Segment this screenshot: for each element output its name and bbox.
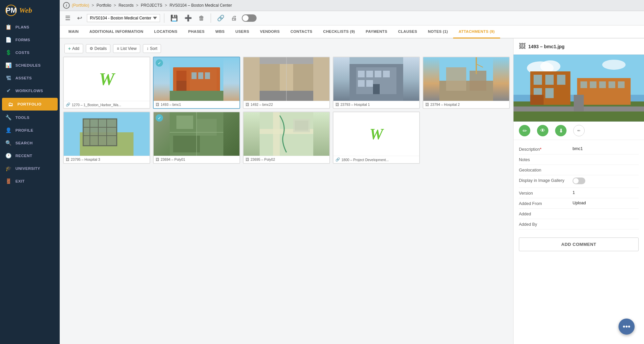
breadcrumb-projects[interactable]: PROJECTS — [141, 3, 162, 8]
save-button[interactable]: 💾 — [168, 13, 180, 23]
sidebar-item-tools[interactable]: 🔧 TOOLS — [0, 111, 60, 124]
details-button[interactable]: ⚙ Details — [86, 44, 111, 53]
undo-button[interactable]: ↩ — [75, 13, 84, 23]
delete-button[interactable]: 🗑 — [197, 13, 207, 23]
view-toggle[interactable] — [242, 14, 257, 22]
svg-rect-28 — [373, 84, 380, 94]
field-label-display-gallery: Display in Image Gallery — [519, 178, 573, 183]
thumb-footer-4: 🖼 23793 – Hospital 1 — [333, 101, 419, 108]
tab-payments[interactable]: PAYMENTS — [360, 25, 392, 39]
field-label-notes: Notes — [519, 157, 573, 162]
thumbnail-1[interactable]: W 🔗 1270 – 1_Boston_Harbor_Wa... — [63, 57, 150, 109]
tab-users[interactable]: USERS — [230, 25, 255, 39]
plus-icon: + — [68, 46, 71, 51]
erase-attachment-button[interactable]: ✒ — [573, 125, 585, 136]
thumb-footer-8: 🖼 23695 – Poly02 — [244, 156, 329, 163]
image-icon-7: 🖼 — [156, 157, 159, 161]
sidebar-item-exit[interactable]: 🚪 EXIT — [0, 175, 60, 188]
thumbnail-2[interactable]: ✓ 🖼 — [153, 57, 240, 109]
tab-attachments[interactable]: ATTACHMENTS (9) — [453, 25, 500, 39]
add-button[interactable]: ➕ — [182, 13, 194, 23]
svg-text:Web: Web — [19, 6, 32, 14]
tab-checklists[interactable]: CHECKLISTS (9) — [318, 25, 360, 39]
field-label-description: Description* — [519, 146, 573, 152]
thumbnail-8[interactable]: 🖼 23695 – Poly02 — [243, 112, 330, 164]
breadcrumb-records[interactable]: Records — [118, 3, 133, 8]
thumbnail-5[interactable]: 🖼 23794 – Hospital 2 — [423, 57, 510, 109]
preview-image-container — [514, 55, 644, 122]
toggle-thumb-small — [573, 178, 579, 184]
svg-rect-47 — [197, 119, 217, 136]
view-attachment-button[interactable]: 👁 — [537, 125, 548, 136]
main-panel: i (Portfolio) > Portfolio > Records > PR… — [60, 0, 644, 344]
sidebar-item-schedules[interactable]: 📊 SCHEDULES — [0, 59, 60, 72]
info-icon[interactable]: i — [63, 2, 70, 9]
breadcrumb: (Portfolio) > Portfolio > Records > PROJ… — [72, 3, 232, 8]
attachment-icon: 🖼 — [519, 43, 526, 50]
tabbar: MAIN ADDITIONAL INFORMATION LOCATIONS PH… — [60, 25, 644, 39]
field-label-geolocation: Geolocation — [519, 167, 573, 173]
record-selector[interactable]: RVS0104 - Boston Medical Center — [87, 14, 160, 22]
thumb-img-4 — [333, 57, 419, 101]
sidebar-item-profile[interactable]: 👤 PROFILE — [0, 124, 60, 137]
display-gallery-toggle[interactable] — [573, 178, 585, 184]
tab-additional[interactable]: ADDITIONAL INFORMATION — [84, 25, 149, 39]
image-icon-4: 🖼 — [335, 102, 339, 107]
thumbnail-6[interactable]: 🖼 23795 – Hospital 3 — [63, 112, 150, 164]
link-button[interactable]: 🔗 — [215, 13, 226, 23]
svg-rect-68 — [545, 88, 554, 98]
search-icon: 🔍 — [5, 140, 12, 146]
recent-icon: 🕐 — [5, 152, 12, 159]
add-comment-button[interactable]: ADD COMMENT — [519, 237, 639, 251]
sidebar-item-costs[interactable]: 💲 COSTS — [0, 46, 60, 59]
print-button[interactable]: 🖨 — [229, 13, 239, 23]
svg-rect-27 — [366, 80, 373, 87]
sidebar-item-plans[interactable]: 📋 PLANS — [0, 21, 60, 33]
breadcrumb-portfolio[interactable]: (Portfolio) — [72, 3, 89, 8]
thumbnail-3[interactable]: 🖼 1492 – bmc22 — [243, 57, 330, 109]
sidebar-item-forms[interactable]: 📄 FORMS — [0, 33, 60, 46]
logo: PM Web — [0, 0, 60, 21]
thumb-footer-3: 🖼 1492 – bmc22 — [244, 101, 329, 108]
download-attachment-button[interactable]: ⬇ — [555, 125, 567, 136]
thumbnail-4[interactable]: 🖼 23793 – Hospital 1 — [333, 57, 420, 109]
schedules-icon: 📊 — [5, 62, 12, 69]
sidebar-item-recent[interactable]: 🕐 RECENT — [0, 149, 60, 162]
tab-locations[interactable]: LOCATIONS — [149, 25, 183, 39]
sidebar-item-portfolio[interactable]: 🗂 PORTFOLIO — [2, 98, 58, 111]
svg-rect-73 — [599, 81, 606, 88]
field-label-added-from: Added From — [519, 201, 573, 206]
sort-button[interactable]: ↕ Sort — [143, 44, 161, 53]
right-panel: 🖼 1493 – bmc1.jpg — [513, 39, 644, 344]
tab-clauses[interactable]: CLAUSES — [393, 25, 423, 39]
tab-main[interactable]: MAIN — [63, 25, 84, 39]
tab-phases[interactable]: PHASES — [183, 25, 210, 39]
plans-icon: 📋 — [5, 24, 12, 30]
thumbnail-7[interactable]: ✓ 🖼 23694 – Poly01 — [153, 112, 240, 164]
tab-wbs[interactable]: WBS — [210, 25, 230, 39]
thumbnail-9[interactable]: W 🔗 1800 – Project Development... — [333, 112, 420, 164]
svg-point-60 — [540, 60, 560, 72]
breadcrumb-portfolio2[interactable]: Portfolio — [97, 3, 111, 8]
forms-icon: 📄 — [5, 37, 12, 43]
tab-contacts[interactable]: CONTACTS — [285, 25, 318, 39]
toolbar: ☰ ↩ RVS0104 - Boston Medical Center 💾 ➕ … — [60, 11, 644, 25]
sidebar-item-search[interactable]: 🔍 SEARCH — [0, 137, 60, 149]
tab-vendors[interactable]: VENDORS — [255, 25, 285, 39]
list-view-button[interactable]: ≡ List View — [113, 44, 140, 53]
link-icon-9: 🔗 — [335, 157, 340, 162]
sidebar-item-university[interactable]: 🎓 UNIVERSITY — [0, 162, 60, 175]
tab-notes[interactable]: NOTES (1) — [423, 25, 453, 39]
fab-icon: ••• — [623, 322, 630, 331]
sidebar-item-assets[interactable]: 🏗 ASSETS — [0, 72, 60, 84]
edit-attachment-button[interactable]: ✏ — [519, 125, 530, 136]
add-attachment-button[interactable]: + Add — [64, 44, 83, 53]
toggle-thumb — [243, 15, 249, 21]
fab-button[interactable]: ••• — [619, 319, 635, 335]
svg-rect-24 — [375, 71, 381, 77]
menu-button[interactable]: ☰ — [63, 13, 72, 23]
sort-icon: ↕ — [147, 46, 149, 51]
field-geolocation: Geolocation — [519, 165, 639, 175]
sidebar-item-workflows[interactable]: ✔ WORKFLOWS — [0, 84, 60, 97]
svg-rect-66 — [557, 75, 566, 85]
